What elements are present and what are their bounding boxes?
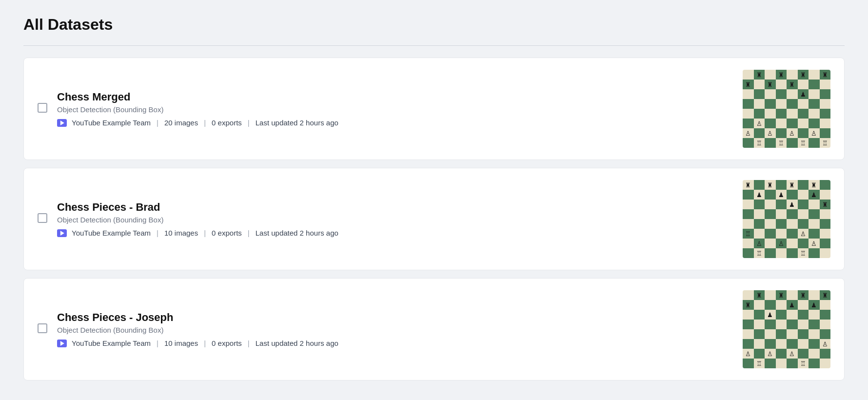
board-cell [809, 248, 820, 258]
chess-piece: ♜ [809, 180, 820, 190]
board-cell [743, 339, 754, 349]
board-cell [798, 209, 809, 219]
board-cell [820, 248, 831, 258]
board-cell [820, 300, 831, 310]
chess-piece: ♟ [765, 310, 776, 320]
board-cell [743, 138, 754, 148]
chess-piece: ♟ [798, 89, 809, 99]
board-cell [743, 190, 754, 200]
chess-piece: ♟ [809, 190, 820, 200]
board-cell [787, 119, 798, 128]
dataset-thumbnail: ♜♜♜♜♟♟♟♟♜♖♙♙♙♙♖♖ [743, 180, 830, 258]
board-cell [809, 209, 820, 219]
board-cell [820, 180, 831, 190]
dataset-meta: YouTube Example Team | 10 images | 0 exp… [57, 339, 733, 347]
chess-piece: ♖ [798, 138, 809, 148]
meta-sep-2: | [204, 339, 206, 347]
board-cell: ♖ [798, 138, 809, 148]
board-cell [743, 119, 754, 128]
dataset-card: Chess Pieces - Joseph Object Detection (… [23, 278, 845, 380]
board-cell [754, 229, 765, 239]
meta-sep-1: | [157, 229, 158, 237]
board-cell: ♙ [765, 128, 776, 138]
dataset-type: Object Detection (Bounding Box) [57, 326, 733, 334]
board-cell [776, 180, 787, 190]
dataset-list: Chess Merged Object Detection (Bounding … [23, 58, 845, 380]
board-cell: ♙ [809, 239, 820, 248]
board-cell [809, 320, 820, 329]
board-cell [809, 339, 820, 349]
board-cell: ♖ [798, 359, 809, 368]
board-cell [820, 209, 831, 219]
dataset-select-checkbox[interactable] [38, 103, 47, 113]
dataset-card: Chess Merged Object Detection (Bounding … [23, 58, 845, 160]
board-cell [754, 310, 765, 320]
board-cell [776, 209, 787, 219]
board-cell [765, 329, 776, 339]
board-cell: ♜ [809, 180, 820, 190]
chess-piece: ♖ [754, 248, 765, 258]
page-title: All Datasets [23, 16, 845, 34]
team-icon-shape [57, 340, 67, 347]
chess-piece: ♙ [809, 239, 820, 248]
board-cell: ♙ [820, 339, 831, 349]
chess-piece: ♖ [798, 248, 809, 258]
board-cell [798, 180, 809, 190]
chess-piece: ♙ [743, 128, 754, 138]
board-cell [765, 248, 776, 258]
board-cell [798, 200, 809, 209]
board-cell [809, 119, 820, 128]
board-cell [798, 109, 809, 119]
board-cell [776, 229, 787, 239]
board-cell: ♜ [754, 290, 765, 300]
board-cell [743, 200, 754, 209]
dataset-select-checkbox[interactable] [38, 323, 47, 333]
chess-piece: ♙ [765, 128, 776, 138]
board-cell: ♜ [765, 180, 776, 190]
board-cell [765, 320, 776, 329]
image-count: 10 images [164, 339, 198, 347]
board-cell [787, 339, 798, 349]
chess-piece: ♜ [743, 180, 754, 190]
board-cell [765, 190, 776, 200]
meta-sep-2: | [204, 229, 206, 237]
board-cell [754, 80, 765, 89]
board-cell [798, 190, 809, 200]
board-cell [743, 109, 754, 119]
chess-piece: ♙ [765, 349, 776, 359]
dataset-select-checkbox[interactable] [38, 213, 47, 223]
chess-piece: ♙ [754, 119, 765, 128]
chess-piece: ♜ [787, 180, 798, 190]
last-updated: Last updated 2 hours ago [256, 229, 338, 237]
chess-piece: ♖ [754, 359, 765, 368]
board-cell [820, 190, 831, 200]
board-cell [743, 70, 754, 80]
chess-piece: ♟ [776, 190, 787, 200]
board-cell: ♜ [743, 300, 754, 310]
board-cell [787, 329, 798, 339]
board-cell [743, 290, 754, 300]
board-cell: ♟ [776, 190, 787, 200]
board-cell [765, 300, 776, 310]
board-cell [820, 99, 831, 109]
board-cell [743, 329, 754, 339]
board-cell [743, 239, 754, 248]
board-cell [776, 219, 787, 229]
dataset-info: Chess Pieces - Brad Object Detection (Bo… [57, 201, 733, 237]
board-cell [787, 248, 798, 258]
board-cell: ♙ [809, 128, 820, 138]
board-cell [754, 300, 765, 310]
board-cell: ♖ [743, 229, 754, 239]
board-cell: ♟ [809, 190, 820, 200]
board-cell: ♖ [754, 359, 765, 368]
dataset-card: Chess Pieces - Brad Object Detection (Bo… [23, 168, 845, 270]
chess-piece: ♟ [787, 200, 798, 209]
section-divider [23, 45, 845, 46]
board-cell [765, 200, 776, 209]
meta-sep-3: | [248, 339, 250, 347]
chess-piece: ♜ [776, 70, 787, 80]
board-cell [765, 209, 776, 219]
chess-piece: ♙ [754, 239, 765, 248]
board-cell [776, 128, 787, 138]
board-cell: ♟ [754, 190, 765, 200]
